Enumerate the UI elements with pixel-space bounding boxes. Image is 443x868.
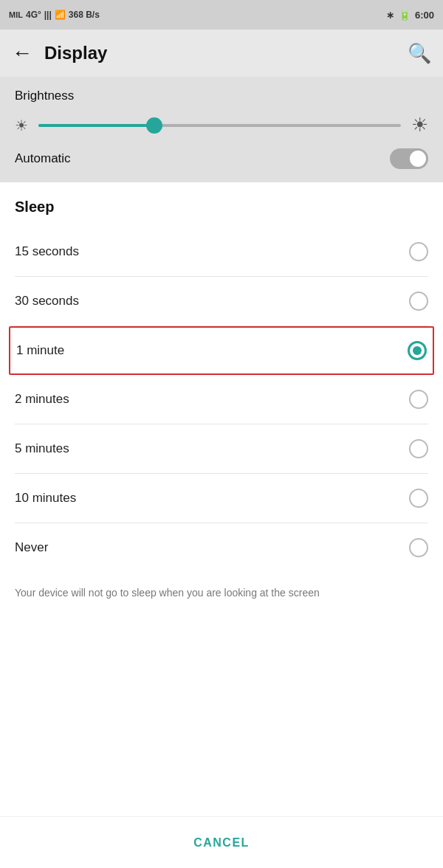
radio-circle-5min	[409, 439, 428, 458]
radio-item-2min[interactable]: 2 minutes	[15, 375, 428, 424]
option-label-10min: 10 minutes	[15, 491, 76, 506]
radio-circle-1min	[408, 341, 427, 360]
slider-thumb[interactable]	[146, 117, 162, 134]
brightness-label: Brightness	[15, 89, 428, 103]
status-left: MIL 4G° ||| 📶 368 B/s	[9, 10, 100, 20]
sun-icon-small: ☀	[15, 117, 28, 134]
option-label-5min: 5 minutes	[15, 441, 69, 456]
radio-circle-10min	[409, 489, 428, 508]
automatic-label: Automatic	[15, 151, 71, 166]
radio-item-15sec[interactable]: 15 seconds	[15, 227, 428, 277]
data-speed: 368 B/s	[69, 10, 100, 20]
radio-item-30sec[interactable]: 30 seconds	[15, 277, 428, 326]
sleep-section: Sleep 15 seconds 30 seconds 1 minute 2 m…	[0, 182, 443, 608]
back-button[interactable]: ←	[12, 41, 32, 65]
option-label-2min: 2 minutes	[15, 392, 69, 407]
radio-circle-2min	[409, 390, 428, 409]
option-label-30sec: 30 seconds	[15, 294, 79, 309]
radio-item-never[interactable]: Never	[15, 523, 428, 572]
search-icon[interactable]: 🔍	[408, 42, 431, 65]
radio-item-5min[interactable]: 5 minutes	[15, 424, 428, 474]
automatic-toggle[interactable]	[390, 148, 428, 169]
sleep-note: Your device will not go to sleep when yo…	[0, 572, 443, 608]
time-display: 6:00	[415, 10, 434, 21]
page-title: Display	[44, 43, 107, 63]
radio-circle-30sec	[409, 292, 428, 311]
cancel-bar: CANCEL	[0, 816, 443, 868]
brightness-row: ☀ ☀	[15, 114, 428, 137]
option-label-15sec: 15 seconds	[15, 244, 79, 259]
brightness-slider[interactable]	[38, 124, 401, 127]
option-label-never: Never	[15, 540, 48, 555]
toggle-thumb	[410, 151, 426, 167]
signal-strength: |||	[44, 10, 52, 20]
bluetooth-icon: ∗	[386, 10, 394, 21]
radio-list: 15 seconds 30 seconds 1 minute 2 minutes…	[0, 227, 443, 572]
option-label-1min: 1 minute	[16, 343, 64, 358]
battery-icon: 🔋	[399, 10, 411, 21]
slider-fill	[38, 124, 154, 127]
radio-item-1min[interactable]: 1 minute	[9, 326, 434, 375]
sleep-heading: Sleep	[0, 182, 443, 227]
brightness-section: Brightness ☀ ☀ Automatic	[0, 77, 443, 182]
radio-circle-15sec	[409, 242, 428, 261]
cancel-button[interactable]: CANCEL	[193, 836, 250, 850]
toolbar-left: ← Display	[12, 41, 107, 65]
carrier-text: MIL	[9, 10, 23, 19]
signal-bars: 4G°	[26, 10, 41, 20]
sun-icon-large: ☀	[411, 114, 428, 137]
status-right: ∗ 🔋 6:00	[386, 10, 434, 21]
toolbar: ← Display 🔍	[0, 30, 443, 77]
status-bar: MIL 4G° ||| 📶 368 B/s ∗ 🔋 6:00	[0, 0, 443, 30]
automatic-row: Automatic	[15, 148, 428, 169]
wifi-icon: 📶	[55, 10, 66, 20]
radio-circle-never	[409, 538, 428, 557]
radio-item-10min[interactable]: 10 minutes	[15, 474, 428, 523]
